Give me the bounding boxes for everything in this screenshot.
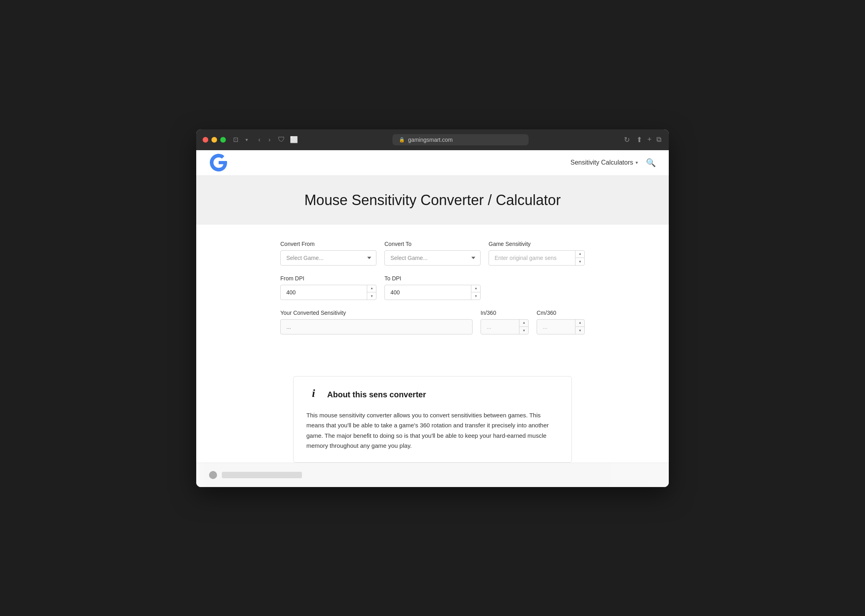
converted-sensitivity-label: Your Converted Sensitivity	[280, 310, 473, 316]
about-section: i About this sens converter This mouse s…	[280, 376, 585, 463]
game-sensitivity-up[interactable]: ▲	[575, 250, 585, 258]
in360-group: In/360 ▲ ▼	[481, 310, 529, 334]
cm360-down[interactable]: ▼	[575, 327, 585, 334]
search-button[interactable]: 🔍	[646, 158, 656, 167]
forward-button[interactable]: ›	[266, 135, 273, 144]
in360-label: In/360	[481, 310, 529, 316]
close-button[interactable]	[203, 137, 208, 143]
tabs-button[interactable]: ⧉	[656, 135, 662, 145]
chevron-down-icon: ▾	[636, 160, 638, 165]
about-box: i About this sens converter This mouse s…	[293, 376, 572, 463]
game-sensitivity-input[interactable]	[489, 250, 585, 266]
in360-wrapper: ▲ ▼	[481, 319, 529, 334]
converted-row: Your Converted Sensitivity In/360 ▲ ▼	[280, 310, 585, 334]
bottom-circle-icon	[209, 471, 217, 479]
minimize-button[interactable]	[211, 137, 217, 143]
convert-from-label: Convert From	[280, 241, 376, 247]
bottom-line	[222, 472, 302, 478]
cm360-label: Cm/360	[537, 310, 585, 316]
convert-to-select[interactable]: Select Game...	[384, 250, 481, 266]
to-dpi-input[interactable]	[384, 285, 481, 300]
traffic-lights	[203, 137, 226, 143]
info-icon: i	[312, 388, 315, 399]
browser-chrome: ⊡ ▾ ‹ › 🛡 ⬜ 🔒 gamingsmart.com ↻ ⬆ + ⧉	[196, 129, 669, 150]
info-icon-wrapper: i	[306, 388, 321, 402]
nav-right: Sensitivity Calculators ▾ 🔍	[571, 158, 656, 167]
empty-spacer	[489, 275, 585, 300]
in360-spinners: ▲ ▼	[519, 319, 529, 334]
game-sensitivity-label: Game Sensitivity	[489, 241, 585, 247]
convert-from-select[interactable]: Select Game...	[280, 250, 376, 266]
from-dpi-wrapper: ▲ ▼	[280, 285, 376, 300]
about-header: i About this sens converter	[306, 388, 559, 402]
to-dpi-label: To DPI	[384, 275, 481, 282]
navigation: Sensitivity Calculators ▾ 🔍	[196, 150, 669, 176]
from-dpi-label: From DPI	[280, 275, 376, 282]
search-icon: 🔍	[646, 158, 656, 167]
from-dpi-up[interactable]: ▲	[367, 285, 376, 293]
form-row-2: From DPI ▲ ▼ To DPI	[280, 275, 585, 300]
cm360-spinners: ▲ ▼	[575, 319, 585, 334]
sensitivity-calculators-menu[interactable]: Sensitivity Calculators ▾	[571, 159, 638, 166]
to-dpi-up[interactable]: ▲	[471, 285, 481, 293]
game-sensitivity-spinners: ▲ ▼	[575, 250, 585, 266]
browser-actions: ⬆ + ⧉	[636, 135, 662, 145]
to-dpi-spinners: ▲ ▼	[471, 285, 481, 300]
refresh-button[interactable]: ↻	[623, 135, 631, 145]
from-dpi-spinners: ▲ ▼	[367, 285, 376, 300]
game-sensitivity-group: Game Sensitivity ▲ ▼	[489, 241, 585, 266]
address-bar[interactable]: 🔒 gamingsmart.com	[392, 134, 529, 145]
page-title: Mouse Sensitivity Converter / Calculator	[209, 192, 656, 209]
site-logo[interactable]	[209, 153, 228, 172]
shield-icon[interactable]: 🛡	[278, 135, 285, 144]
to-dpi-wrapper: ▲ ▼	[384, 285, 481, 300]
cm360-up[interactable]: ▲	[575, 319, 585, 327]
chevron-down-icon: ▾	[245, 137, 248, 143]
share-button[interactable]: ⬆	[636, 135, 643, 145]
calculator-section: Convert From Select Game... Convert To S…	[196, 225, 669, 368]
browser-nav-controls: ‹ ›	[256, 135, 273, 144]
sidebar-toggle-icon[interactable]: ⊡	[231, 135, 241, 144]
converted-sensitivity-group: Your Converted Sensitivity	[280, 310, 473, 334]
g-logo-svg	[209, 153, 228, 172]
about-text: This mouse sensitivity converter allows …	[306, 410, 559, 451]
from-dpi-input[interactable]	[280, 285, 376, 300]
website-content: Sensitivity Calculators ▾ 🔍 Mouse Sensit…	[196, 150, 669, 487]
address-bar-container: 🔒 gamingsmart.com	[303, 134, 619, 145]
form-row-1: Convert From Select Game... Convert To S…	[280, 241, 585, 266]
to-dpi-down[interactable]: ▼	[471, 292, 481, 300]
cm360-wrapper: ▲ ▼	[537, 319, 585, 334]
cm360-group: Cm/360 ▲ ▼	[537, 310, 585, 334]
new-tab-button[interactable]: +	[646, 135, 652, 145]
convert-to-group: Convert To Select Game...	[384, 241, 481, 266]
in360-down[interactable]: ▼	[519, 327, 529, 334]
game-sensitivity-down[interactable]: ▼	[575, 258, 585, 266]
from-dpi-group: From DPI ▲ ▼	[280, 275, 376, 300]
extension-icon[interactable]: ⬜	[290, 136, 298, 143]
lock-icon: 🔒	[399, 137, 405, 143]
url-text: gamingsmart.com	[408, 137, 453, 143]
convert-from-group: Convert From Select Game...	[280, 241, 376, 266]
convert-to-label: Convert To	[384, 241, 481, 247]
maximize-button[interactable]	[220, 137, 226, 143]
hero-section: Mouse Sensitivity Converter / Calculator	[196, 176, 669, 225]
to-dpi-group: To DPI ▲ ▼	[384, 275, 481, 300]
from-dpi-down[interactable]: ▼	[367, 292, 376, 300]
converted-sensitivity-input[interactable]	[280, 319, 473, 334]
game-sensitivity-wrapper: ▲ ▼	[489, 250, 585, 266]
menu-item-label: Sensitivity Calculators	[571, 159, 634, 166]
bottom-peek	[196, 463, 669, 487]
about-title: About this sens converter	[327, 390, 426, 399]
calculator-grid: Convert From Select Game... Convert To S…	[280, 241, 585, 334]
back-button[interactable]: ‹	[256, 135, 263, 144]
in360-up[interactable]: ▲	[519, 319, 529, 327]
